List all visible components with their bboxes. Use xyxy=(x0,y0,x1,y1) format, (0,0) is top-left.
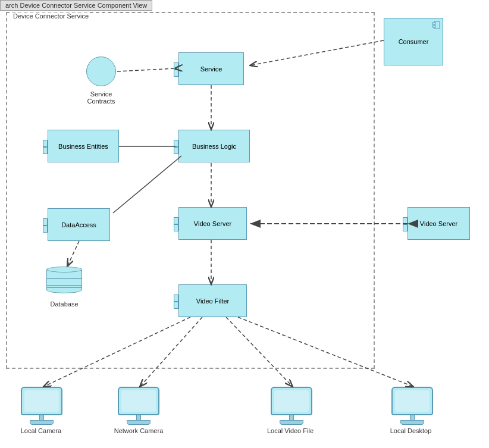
service-component[interactable]: Service xyxy=(178,52,244,85)
video-server-inner-label: Video Server xyxy=(194,220,231,227)
network-camera-monitor xyxy=(118,387,159,425)
video-server-outer-component[interactable]: Video Server xyxy=(408,207,470,240)
local-desktop-label: Local Desktop xyxy=(383,427,439,434)
title-text: arch Device Connector Service Component … xyxy=(5,2,147,9)
monitor-base-3 xyxy=(280,420,303,425)
monitor-inner xyxy=(24,390,59,412)
network-camera-label: Network Camera xyxy=(109,427,168,434)
monitor-neck-3 xyxy=(289,415,294,420)
business-logic-label: Business Logic xyxy=(192,143,236,150)
local-video-monitor xyxy=(271,387,312,425)
video-server-outer-label: Video Server xyxy=(420,220,457,227)
video-filter-component[interactable]: Video Filter xyxy=(178,284,247,317)
data-access-label: DataAccess xyxy=(61,221,96,228)
svg-rect-2 xyxy=(432,26,435,27)
business-logic-component[interactable]: Business Logic xyxy=(178,130,250,162)
monitor-neck-4 xyxy=(410,415,415,420)
local-camera-label: Local Camera xyxy=(15,427,67,434)
monitor-neck-2 xyxy=(136,415,141,420)
consumer-label: Consumer xyxy=(399,38,429,45)
monitor-base xyxy=(30,420,54,425)
local-video-label: Local Video File xyxy=(261,427,320,434)
monitor-screen-3 xyxy=(271,387,312,415)
service-contracts-node xyxy=(86,57,116,86)
database-symbol xyxy=(46,267,82,295)
monitor-screen-2 xyxy=(118,387,159,415)
service-label: Service xyxy=(200,65,222,73)
data-access-component[interactable]: DataAccess xyxy=(48,208,110,241)
video-filter-label: Video Filter xyxy=(196,297,229,305)
diagram-container: arch Device Connector Service Component … xyxy=(0,0,489,448)
video-server-inner-component[interactable]: Video Server xyxy=(178,207,247,240)
monitor-neck xyxy=(39,415,44,420)
monitor-inner-2 xyxy=(121,390,156,412)
component-icon xyxy=(432,21,440,29)
monitor-base-2 xyxy=(127,420,151,425)
monitor-inner-3 xyxy=(274,390,309,412)
local-desktop-monitor xyxy=(391,387,433,425)
boundary-label: Device Connector Service xyxy=(12,12,90,20)
database-label: Database xyxy=(40,300,88,308)
svg-rect-1 xyxy=(432,23,435,24)
local-camera-monitor xyxy=(21,387,62,425)
monitor-inner-4 xyxy=(395,390,430,412)
consumer-box[interactable]: Consumer xyxy=(384,18,443,65)
monitor-base-4 xyxy=(400,420,424,425)
service-contracts-label: Service Contracts xyxy=(77,90,125,105)
title-tab: arch Device Connector Service Component … xyxy=(0,0,152,11)
monitor-screen xyxy=(21,387,62,415)
business-entities-component[interactable]: Business Entities xyxy=(48,130,119,162)
monitor-screen-4 xyxy=(391,387,433,415)
business-entities-label: Business Entities xyxy=(58,143,108,150)
